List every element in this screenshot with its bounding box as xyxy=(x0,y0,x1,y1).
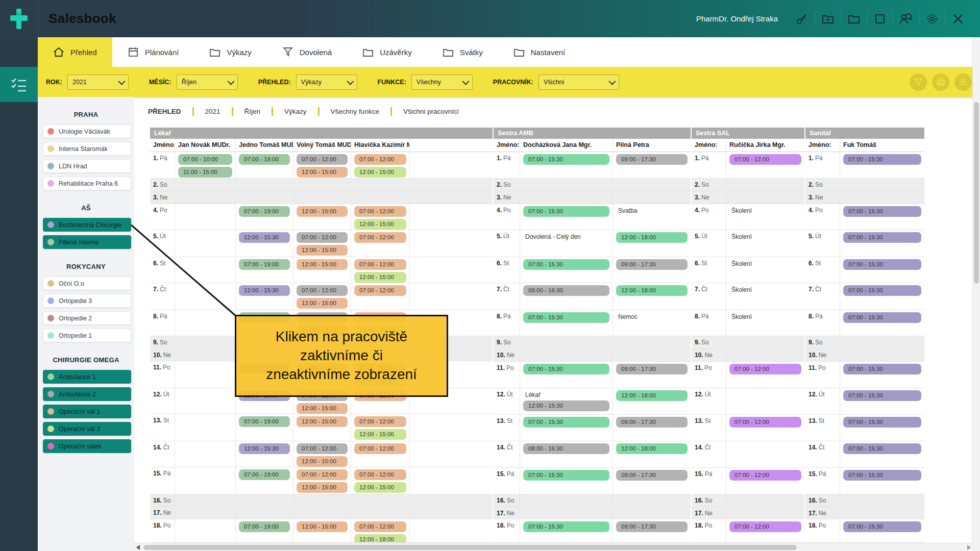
shift-chip[interactable]: 07:00 - 15:30 xyxy=(523,521,609,532)
shift-chip[interactable]: 07:00 - 12:00 xyxy=(354,232,406,243)
scroll-left-arrow[interactable] xyxy=(136,545,140,550)
shift-chip[interactable]: 08:00 - 16:30 xyxy=(523,285,609,296)
sidebar-item-ortopedie-1[interactable]: Ortopedie 1 xyxy=(43,329,131,342)
shift-chip[interactable]: 07:00 - 12:00 xyxy=(729,470,801,481)
shift-chip[interactable]: 12:00 - 15:00 xyxy=(297,403,348,414)
sidebar-item-urologie-vaclavak[interactable]: Urologie Václavák xyxy=(43,124,131,138)
shift-chip[interactable]: 07:00 - 12:00 xyxy=(354,285,406,296)
shift-chip[interactable]: 12:00 - 18:00 xyxy=(616,390,688,401)
tab-planovani[interactable]: Plánování xyxy=(112,37,194,67)
shift-chip[interactable]: 09:00 - 17:30 xyxy=(616,470,688,481)
shift-chip[interactable]: 12:00 - 18:00 xyxy=(616,443,688,454)
shift-chip[interactable]: 12:00 - 15:00 xyxy=(354,429,406,440)
sidebar-item-ambulance-2[interactable]: Ambulance 2 xyxy=(43,387,131,401)
folder-n-icon[interactable]: N xyxy=(820,11,836,27)
vertical-scrollbar-thumb[interactable] xyxy=(974,102,979,284)
shift-chip[interactable]: 07:00 - 10:00 xyxy=(178,154,232,165)
shift-chip[interactable]: 12:00 - 15:00 xyxy=(297,298,348,309)
shift-chip[interactable]: 12:00 - 15:00 xyxy=(354,167,406,178)
shift-chip[interactable]: 07:00 - 15:30 xyxy=(843,206,921,217)
shift-chip[interactable]: 07:00 - 19:00 xyxy=(239,469,290,480)
shift-chip[interactable]: 07:00 - 12:00 xyxy=(297,232,348,243)
sidebar-item-bezbolestna-chirurgie[interactable]: Bezbolestná Chirurgie xyxy=(43,218,131,232)
shift-chip[interactable]: 07:00 - 12:00 xyxy=(297,285,348,296)
shift-chip[interactable]: 11:00 - 15:00 xyxy=(178,167,232,178)
tab-uzaverky[interactable]: Uzávěrky xyxy=(347,37,427,67)
shift-chip[interactable]: 09:00 - 17:30 xyxy=(616,521,688,532)
shift-chip[interactable]: 07:00 - 15:30 xyxy=(843,259,921,270)
shift-chip[interactable]: 07:00 - 12:00 xyxy=(729,417,801,428)
horizontal-scrollbar[interactable] xyxy=(134,543,973,551)
shift-chip[interactable]: 12:00 - 15:00 xyxy=(297,521,348,532)
shift-chip[interactable]: 12:00 - 15:00 xyxy=(297,245,348,256)
shift-chip[interactable]: 12:00 - 15:00 xyxy=(297,456,348,467)
filter-select-prehled[interactable]: Výkazy xyxy=(296,74,357,90)
shift-chip[interactable]: 12:00 - 15:30 xyxy=(523,400,609,411)
shift-chip[interactable]: 12:00 - 15:30 xyxy=(239,443,290,454)
checklist-icon[interactable] xyxy=(0,67,38,102)
shift-chip[interactable]: 07:00 - 12:00 xyxy=(354,469,406,480)
sidebar-item-ambulance-1[interactable]: Ambulance 1 xyxy=(43,370,131,384)
shift-chip[interactable]: 12:00 - 15:00 xyxy=(297,416,348,427)
shift-chip[interactable]: 09:00 - 17:30 xyxy=(616,364,688,374)
sidebar-item-operacni-salek[interactable]: Operační sálek xyxy=(43,439,131,453)
shift-chip[interactable]: 09:00 - 17:30 xyxy=(616,259,688,270)
shift-chip[interactable]: 07:00 - 15:30 xyxy=(843,232,921,243)
sidebar-item-pekna-interna[interactable]: Pěkná Interna xyxy=(43,235,131,249)
shift-chip[interactable]: 07:00 - 12:00 xyxy=(354,416,406,427)
shift-chip[interactable]: 12:00 - 15:30 xyxy=(239,232,290,243)
folder-icon[interactable] xyxy=(846,11,862,27)
print-icon[interactable] xyxy=(932,73,949,91)
menu-icon[interactable] xyxy=(954,73,972,91)
shift-chip[interactable]: 07:00 - 15:30 xyxy=(843,470,921,481)
user-search-icon[interactable] xyxy=(898,11,914,27)
shift-chip[interactable]: 07:00 - 19:00 xyxy=(239,154,290,165)
shift-chip[interactable]: 07:00 - 19:00 xyxy=(239,206,290,217)
shift-chip[interactable]: 07:00 - 15:30 xyxy=(843,285,921,296)
tab-vykazy[interactable]: Výkazy xyxy=(194,37,266,67)
sidebar-item-rehabilitace-praha-6[interactable]: Rehabilitace Praha 6 xyxy=(43,177,131,190)
vertical-scrollbar[interactable] xyxy=(972,37,980,551)
shift-chip[interactable]: 09:00 - 17:30 xyxy=(616,417,688,428)
shift-chip[interactable]: 07:00 - 12:00 xyxy=(354,443,406,454)
shift-chip[interactable]: 08:00 - 16:30 xyxy=(523,443,609,454)
shift-chip[interactable]: 07:00 - 19:00 xyxy=(239,259,290,270)
shift-chip[interactable]: 07:00 - 12:00 xyxy=(354,521,406,532)
shift-chip[interactable]: 12:00 - 15:30 xyxy=(239,285,290,296)
sidebar-item-operacni-sal-2[interactable]: Operační sál 2 xyxy=(43,422,131,436)
shift-chip[interactable]: 12:00 - 18:00 xyxy=(616,232,688,243)
shift-chip[interactable]: 07:00 - 12:00 xyxy=(297,469,348,480)
filter-select-rok[interactable]: 2021 xyxy=(67,74,129,90)
shift-chip[interactable]: 12:00 - 15:00 xyxy=(354,219,406,230)
shift-chip[interactable]: 12:00 - 15:00 xyxy=(297,259,348,270)
filter-icon[interactable] xyxy=(910,73,927,91)
sidebar-item-interna-staromak[interactable]: Interna Staromák xyxy=(43,142,131,156)
sidebar-item-operacni-sal-1[interactable]: Operační sál 1 xyxy=(43,405,131,418)
shift-chip[interactable]: 07:00 - 12:00 xyxy=(354,206,406,217)
shift-chip[interactable]: 07:00 - 15:30 xyxy=(843,417,921,428)
shift-chip[interactable]: 07:00 - 15:30 xyxy=(843,154,921,165)
key-icon[interactable] xyxy=(794,11,810,27)
shift-chip[interactable]: 07:00 - 19:00 xyxy=(239,521,290,532)
shift-chip[interactable]: 07:00 - 15:30 xyxy=(523,417,609,428)
shift-chip[interactable]: 07:00 - 15:30 xyxy=(843,521,921,532)
shift-chip[interactable]: 07:00 - 15:30 xyxy=(843,390,921,401)
frame-icon[interactable] xyxy=(872,11,888,27)
shift-chip[interactable]: 07:00 - 15:30 xyxy=(843,312,921,323)
tab-dovolena[interactable]: Dovolená xyxy=(267,37,347,67)
filter-select-mesic[interactable]: Říjen xyxy=(177,74,238,90)
shift-chip[interactable]: 07:00 - 15:30 xyxy=(523,206,609,217)
shift-chip[interactable]: 12:00 - 18:00 xyxy=(354,534,406,542)
shift-chip[interactable]: 12:00 - 15:00 xyxy=(354,482,406,493)
shift-chip[interactable]: 12:00 - 15:00 xyxy=(297,206,348,217)
close-icon[interactable] xyxy=(950,11,966,27)
shift-chip[interactable]: 07:00 - 12:00 xyxy=(729,521,801,532)
shift-chip[interactable]: 09:00 - 17:30 xyxy=(616,154,688,165)
horizontal-scrollbar-thumb[interactable] xyxy=(143,545,797,550)
shift-chip[interactable]: 07:00 - 12:00 xyxy=(729,154,801,165)
shift-chip[interactable]: 07:00 - 15:30 xyxy=(523,470,609,481)
sidebar-item-ortopedie-2[interactable]: Ortopedie 2 xyxy=(43,311,131,325)
shift-chip[interactable]: 12:00 - 18:00 xyxy=(616,285,688,296)
sidebar-item-ocni-o-o[interactable]: Oční O.o xyxy=(43,277,131,290)
filter-select-funkce[interactable]: Všechny xyxy=(411,74,473,90)
